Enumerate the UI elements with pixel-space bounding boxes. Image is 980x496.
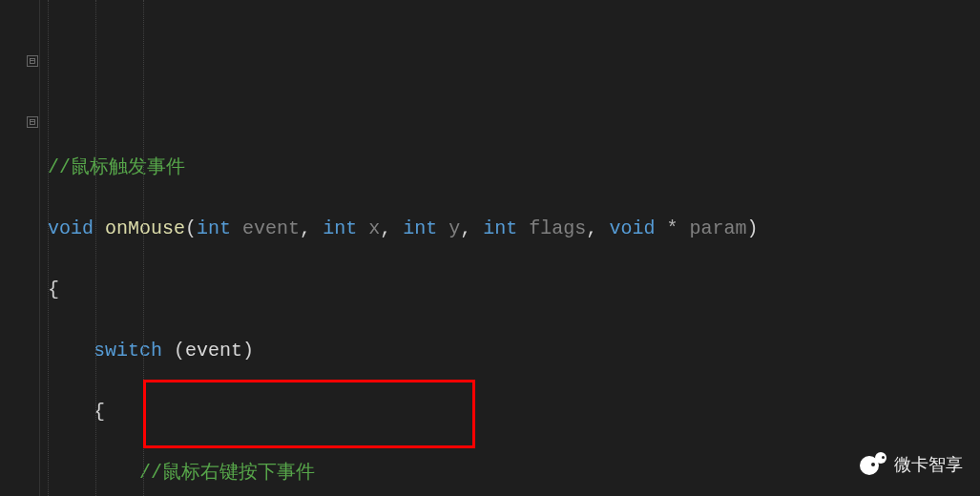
code-line: { xyxy=(48,397,980,427)
code-line: void onMouse(int event, int x, int y, in… xyxy=(48,214,980,244)
fold-toggle-icon[interactable]: ⊟ xyxy=(27,55,38,67)
code-area[interactable]: //鼠标触发事件 void onMouse(int event, int x, … xyxy=(40,0,980,496)
gutter: ⊟ ⊟ xyxy=(0,0,40,496)
code-line: //鼠标右键按下事件 xyxy=(48,458,980,488)
watermark: 微卡智享 xyxy=(860,451,963,479)
fold-toggle-icon[interactable]: ⊟ xyxy=(27,116,38,128)
watermark-text: 微卡智享 xyxy=(894,451,963,479)
code-line: //鼠标触发事件 xyxy=(48,153,980,183)
code-editor[interactable]: ⊟ ⊟ //鼠标触发事件 void onMouse(int event, int… xyxy=(0,0,980,496)
code-line: switch (event) xyxy=(48,336,980,366)
code-line: { xyxy=(48,275,980,305)
wechat-icon xyxy=(860,452,886,479)
